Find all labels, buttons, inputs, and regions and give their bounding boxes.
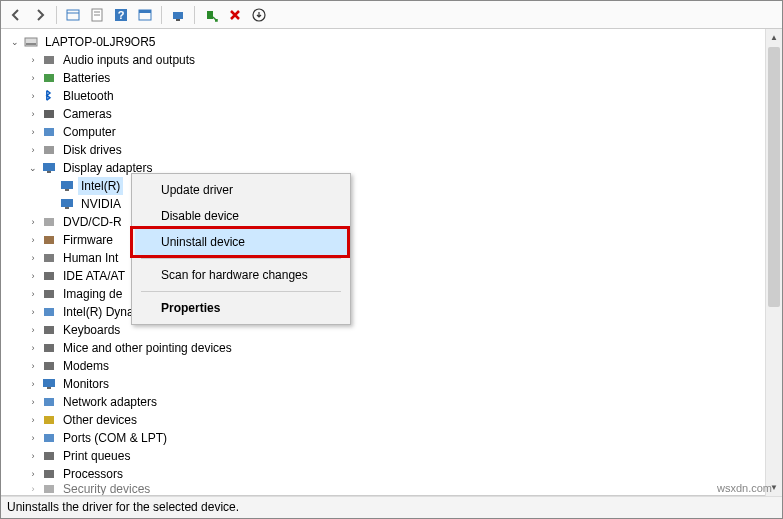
- keyboard-icon: [41, 322, 57, 338]
- svg-rect-10: [176, 19, 180, 21]
- tree-category[interactable]: ›Modems: [9, 357, 782, 375]
- tree-category[interactable]: ›Mice and other pointing devices: [9, 339, 782, 357]
- audio-icon: [41, 52, 57, 68]
- svg-rect-15: [44, 56, 54, 64]
- tree-category[interactable]: ›Cameras: [9, 105, 782, 123]
- svg-rect-34: [44, 362, 54, 370]
- tree-category[interactable]: ›Disk drives: [9, 141, 782, 159]
- expand-icon[interactable]: ›: [27, 396, 39, 408]
- context-menu-item[interactable]: Update driver: [135, 177, 347, 203]
- tree-device[interactable]: ›NVIDIA: [9, 195, 782, 213]
- tree-category[interactable]: ›Print queues: [9, 447, 782, 465]
- tree-category[interactable]: ›IDE ATA/AT: [9, 267, 782, 285]
- tree-category[interactable]: ›Ports (COM & LPT): [9, 429, 782, 447]
- expand-icon[interactable]: ›: [27, 483, 39, 495]
- tree-category[interactable]: ›Human Int: [9, 249, 782, 267]
- imaging-icon: [41, 286, 57, 302]
- tree-device[interactable]: ›Intel(R): [9, 177, 782, 195]
- expand-icon[interactable]: ›: [27, 432, 39, 444]
- expand-icon[interactable]: ›: [27, 378, 39, 390]
- tree-item-label: LAPTOP-0LJR9OR5: [42, 33, 159, 51]
- back-button[interactable]: [5, 4, 27, 26]
- tree-category[interactable]: ›Monitors: [9, 375, 782, 393]
- tree-item-label: Computer: [60, 123, 119, 141]
- tree-item-label: Security devices: [60, 483, 153, 495]
- tree-category[interactable]: ›Bluetooth: [9, 87, 782, 105]
- context-menu-item[interactable]: Uninstall device: [135, 229, 347, 255]
- tree-category[interactable]: ›Firmware: [9, 231, 782, 249]
- monitor-icon: [41, 376, 57, 392]
- help-button[interactable]: ?: [110, 4, 132, 26]
- svg-rect-23: [65, 189, 69, 191]
- collapse-icon[interactable]: ⌄: [9, 36, 21, 48]
- expand-icon[interactable]: ›: [27, 288, 39, 300]
- scan-button[interactable]: [167, 4, 189, 26]
- tree-category[interactable]: ›Computer: [9, 123, 782, 141]
- expand-icon[interactable]: ›: [27, 324, 39, 336]
- svg-rect-17: [44, 110, 54, 118]
- down-button[interactable]: [248, 4, 270, 26]
- tree-category[interactable]: ›DVD/CD-R: [9, 213, 782, 231]
- expand-icon[interactable]: ›: [27, 216, 39, 228]
- tree-item-label: Other devices: [60, 411, 140, 429]
- tree-item-label: Processors: [60, 465, 126, 483]
- expand-icon[interactable]: ›: [27, 414, 39, 426]
- context-menu-separator: [141, 291, 341, 292]
- uninstall-button[interactable]: [224, 4, 246, 26]
- watermark: wsxdn.com: [717, 482, 772, 494]
- tree-category[interactable]: ›Other devices: [9, 411, 782, 429]
- expand-icon[interactable]: ›: [27, 450, 39, 462]
- tree-item-label: Audio inputs and outputs: [60, 51, 198, 69]
- tree-category[interactable]: ›Audio inputs and outputs: [9, 51, 782, 69]
- device-tree[interactable]: ⌄LAPTOP-0LJR9OR5›Audio inputs and output…: [1, 29, 782, 496]
- tree-category[interactable]: ›Imaging de: [9, 285, 782, 303]
- scroll-up-icon[interactable]: ▲: [766, 29, 782, 46]
- expand-icon[interactable]: ›: [27, 342, 39, 354]
- network-icon: [41, 394, 57, 410]
- context-menu-item[interactable]: Scan for hardware changes: [135, 262, 347, 288]
- tree-category[interactable]: ›Security devices: [9, 483, 782, 495]
- svg-rect-16: [44, 74, 54, 82]
- tree-item-label: IDE ATA/AT: [60, 267, 128, 285]
- expand-icon[interactable]: ›: [27, 144, 39, 156]
- scroll-thumb[interactable]: [768, 47, 780, 307]
- expand-icon[interactable]: ›: [27, 468, 39, 480]
- expand-icon[interactable]: ›: [27, 108, 39, 120]
- expand-icon[interactable]: ›: [27, 72, 39, 84]
- expand-icon[interactable]: ›: [27, 270, 39, 282]
- context-menu-item[interactable]: Disable device: [135, 203, 347, 229]
- expand-icon[interactable]: ›: [27, 54, 39, 66]
- properties-button[interactable]: [86, 4, 108, 26]
- expand-icon[interactable]: ›: [27, 234, 39, 246]
- tree-item-label: Bluetooth: [60, 87, 117, 105]
- view-button[interactable]: [62, 4, 84, 26]
- tree-category[interactable]: ›Intel(R) Dynamic Platform and Thermal F…: [9, 303, 782, 321]
- tree-category[interactable]: ⌄Display adapters: [9, 159, 782, 177]
- expand-icon[interactable]: ›: [27, 90, 39, 102]
- collapse-icon[interactable]: ⌄: [27, 162, 39, 174]
- bluetooth-icon: [41, 88, 57, 104]
- svg-rect-26: [44, 218, 54, 226]
- svg-rect-28: [44, 254, 54, 262]
- svg-rect-22: [61, 181, 73, 189]
- context-menu-item[interactable]: Properties: [135, 295, 347, 321]
- add-legacy-button[interactable]: [200, 4, 222, 26]
- toolbar-sep: [161, 6, 162, 24]
- expand-icon[interactable]: ›: [27, 306, 39, 318]
- forward-button[interactable]: [29, 4, 51, 26]
- modem-icon: [41, 358, 57, 374]
- vertical-scrollbar[interactable]: ▲ ▼: [765, 29, 782, 496]
- update-button[interactable]: [134, 4, 156, 26]
- context-menu[interactable]: Update driverDisable deviceUninstall dev…: [131, 173, 351, 325]
- tree-item-label: Disk drives: [60, 141, 125, 159]
- tree-category[interactable]: ›Keyboards: [9, 321, 782, 339]
- tree-root[interactable]: ⌄LAPTOP-0LJR9OR5: [9, 33, 782, 51]
- svg-rect-18: [44, 128, 54, 136]
- tree-category[interactable]: ›Network adapters: [9, 393, 782, 411]
- expand-icon[interactable]: ›: [27, 252, 39, 264]
- tree-category[interactable]: ›Batteries: [9, 69, 782, 87]
- firmware-icon: [41, 232, 57, 248]
- expand-icon[interactable]: ›: [27, 126, 39, 138]
- tree-category[interactable]: ›Processors: [9, 465, 782, 483]
- expand-icon[interactable]: ›: [27, 360, 39, 372]
